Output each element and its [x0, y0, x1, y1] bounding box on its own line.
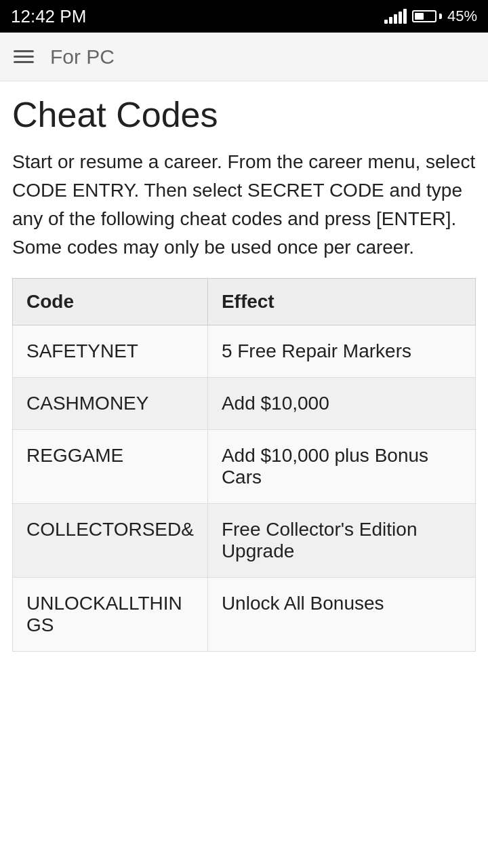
toolbar-title: For PC — [50, 45, 115, 68]
signal-icon — [384, 9, 407, 24]
cheat-codes-table: Code Effect SAFETYNET5 Free Repair Marke… — [12, 278, 476, 652]
page-title: Cheat Codes — [12, 95, 476, 136]
table-cell-code: COLLECTORSED& — [13, 503, 208, 577]
battery-percent: 45% — [447, 7, 477, 25]
table-cell-code: UNLOCKALLTHIN GS — [13, 577, 208, 651]
table-header-effect: Effect — [207, 278, 475, 325]
table-row: CASHMONEYAdd $10,000 — [13, 377, 476, 429]
table-row: COLLECTORSED&Free Collector's Edition Up… — [13, 503, 476, 577]
table-row: REGGAMEAdd $10,000 plus Bonus Cars — [13, 429, 476, 503]
table-cell-code: REGGAME — [13, 429, 208, 503]
menu-button[interactable] — [14, 50, 34, 63]
table-row: SAFETYNET5 Free Repair Markers — [13, 325, 476, 377]
table-cell-effect: Add $10,000 plus Bonus Cars — [207, 429, 475, 503]
main-content: Cheat Codes Start or resume a career. Fr… — [0, 81, 488, 665]
page-description: Start or resume a career. From the caree… — [12, 148, 476, 262]
table-cell-code: CASHMONEY — [13, 377, 208, 429]
table-row: UNLOCKALLTHIN GSUnlock All Bonuses — [13, 577, 476, 651]
table-cell-effect: Free Collector's Edition Upgrade — [207, 503, 475, 577]
table-cell-effect: Add $10,000 — [207, 377, 475, 429]
toolbar: For PC — [0, 33, 488, 81]
status-bar: 12:42 PM 45% — [0, 0, 488, 33]
table-header-code: Code — [13, 278, 208, 325]
table-cell-effect: 5 Free Repair Markers — [207, 325, 475, 377]
table-cell-code: SAFETYNET — [13, 325, 208, 377]
status-bar-right: 45% — [384, 7, 477, 25]
status-time: 12:42 PM — [11, 6, 86, 27]
table-cell-effect: Unlock All Bonuses — [207, 577, 475, 651]
battery-icon — [412, 10, 442, 22]
